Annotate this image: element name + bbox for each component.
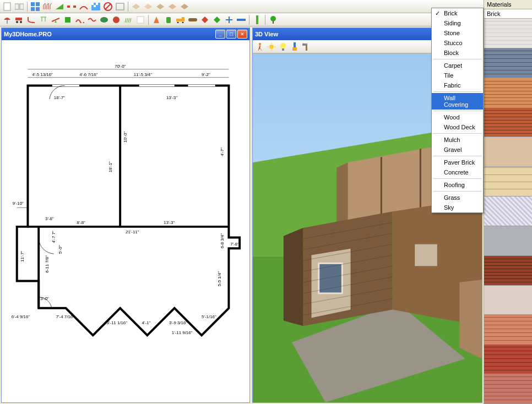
svg-point-19 <box>20 21 22 23</box>
material-swatch[interactable] <box>484 345 532 374</box>
titlebar-2d[interactable]: My3DHome.PRO _ □ × <box>2 28 249 40</box>
floorplan-canvas[interactable]: 4'-5 13/16" 70'-0" 4'-6 7/16" 11'-5 3/4"… <box>2 40 249 402</box>
svg-rect-32 <box>256 15 258 24</box>
dropdown-item-roofing[interactable]: Roofing <box>432 180 483 190</box>
grid-blue-icon[interactable] <box>30 1 41 12</box>
dropdown-separator <box>433 191 482 192</box>
tile3-icon[interactable] <box>155 1 166 12</box>
dropdown-item-sky[interactable]: Sky <box>432 203 483 212</box>
log-icon[interactable] <box>187 14 198 25</box>
dim-label: 3'-0" <box>40 296 49 301</box>
frame-icon[interactable] <box>115 1 126 12</box>
material-swatch[interactable] <box>484 19 532 48</box>
dropdown-item-stone[interactable]: Stone <box>432 28 483 38</box>
svg-rect-24 <box>137 17 144 23</box>
wagon-icon[interactable] <box>14 14 25 25</box>
dropdown-item-wood[interactable]: Wood <box>432 112 483 122</box>
dropdown-item-brick[interactable]: Brick <box>432 8 483 18</box>
svg-rect-66 <box>319 263 343 293</box>
curve-red-icon[interactable] <box>74 14 85 25</box>
tile5-icon[interactable] <box>179 1 190 12</box>
hammer-icon[interactable] <box>301 42 311 52</box>
maximize-button[interactable]: □ <box>226 30 236 39</box>
umbrella-icon[interactable] <box>2 14 13 25</box>
swing-icon[interactable] <box>38 14 49 25</box>
dropdown-item-tile[interactable]: Tile <box>432 70 483 80</box>
vertical-bar-icon[interactable] <box>252 14 263 25</box>
dropdown-item-mulch[interactable]: Mulch <box>432 135 483 145</box>
material-swatch[interactable] <box>484 48 532 78</box>
dropdown-item-concrete[interactable]: Concrete <box>432 167 483 177</box>
diamond-icon[interactable] <box>199 14 210 25</box>
ball-icon[interactable] <box>111 14 122 25</box>
seesaw-icon[interactable] <box>50 14 61 25</box>
material-swatch[interactable] <box>484 315 532 345</box>
green-diamond-icon[interactable] <box>211 14 222 25</box>
materials-dropdown[interactable]: BrickSidingStoneStuccoBlockCarpetTileFab… <box>431 8 484 213</box>
slope-green-icon[interactable] <box>54 1 65 12</box>
material-swatch[interactable] <box>484 167 532 196</box>
dropdown-item-siding[interactable]: Siding <box>432 18 483 28</box>
pond-icon[interactable] <box>99 14 110 25</box>
grass-icon[interactable] <box>123 14 134 25</box>
bulb-icon[interactable] <box>278 42 288 52</box>
minimize-button[interactable]: _ <box>215 30 225 39</box>
barrel-icon[interactable] <box>163 14 174 25</box>
svg-rect-11 <box>96 3 98 5</box>
dropdown-item-block[interactable]: Block <box>432 48 483 58</box>
slide-icon[interactable] <box>26 14 37 25</box>
tile1-icon[interactable] <box>131 1 142 12</box>
sidebar-category[interactable]: Brick <box>484 9 532 19</box>
swatch-list[interactable] <box>484 19 532 404</box>
material-swatch[interactable] <box>484 286 532 315</box>
walk-icon[interactable] <box>255 42 265 52</box>
material-swatch[interactable] <box>484 256 532 286</box>
dim-label: 3'-9 3/16" <box>169 320 187 325</box>
dim-label: 7'-4 7/16" <box>56 314 74 319</box>
checkered-icon[interactable] <box>90 1 101 12</box>
book-icon[interactable] <box>14 1 25 12</box>
dim-label: 70'-0" <box>115 64 126 69</box>
tree-icon[interactable] <box>268 14 279 25</box>
dim-label: 9'-10" <box>13 201 24 206</box>
dropdown-item-stucco[interactable]: Stucco <box>432 38 483 48</box>
dropdown-item-fabric[interactable]: Fabric <box>432 80 483 90</box>
dropdown-item-carpet[interactable]: Carpet <box>432 61 483 70</box>
no-entry-icon[interactable] <box>102 1 113 12</box>
dropdown-item-paver-brick[interactable]: Paver Brick <box>432 157 483 167</box>
svg-rect-6 <box>36 7 40 11</box>
material-swatch[interactable] <box>484 78 532 108</box>
s-curve-icon[interactable] <box>86 14 97 25</box>
material-swatch[interactable] <box>484 108 532 138</box>
dropdown-item-grass[interactable]: Grass <box>432 193 483 203</box>
green-flag-icon[interactable] <box>62 14 73 25</box>
svg-rect-30 <box>188 18 197 21</box>
dropdown-item-gravel[interactable]: Gravel <box>432 145 483 155</box>
tile2-icon[interactable] <box>143 1 154 12</box>
svg-rect-51 <box>282 48 284 51</box>
dropdown-item-wall-covering[interactable]: Wall Covering <box>432 93 483 110</box>
material-swatch[interactable] <box>484 226 532 256</box>
window-3d-title: 3D View <box>255 31 278 37</box>
blank-icon[interactable] <box>135 14 146 25</box>
fence-red-icon[interactable] <box>42 1 53 12</box>
page-icon[interactable] <box>2 1 13 12</box>
truck-icon[interactable] <box>175 14 186 25</box>
bar-blue-icon[interactable] <box>236 14 247 25</box>
svg-rect-27 <box>182 17 184 21</box>
material-swatch[interactable] <box>484 196 532 226</box>
bridge-icon[interactable] <box>78 1 89 12</box>
sun-icon[interactable] <box>267 42 276 52</box>
gap-icon[interactable] <box>66 1 77 12</box>
plus-icon[interactable] <box>224 14 235 25</box>
svg-rect-10 <box>91 3 94 5</box>
dim-label: 11'-7" <box>20 251 25 262</box>
brush-icon[interactable] <box>290 42 300 52</box>
close-button[interactable]: × <box>237 30 247 39</box>
dropdown-item-wood-deck[interactable]: Wood Deck <box>432 122 483 132</box>
svg-point-22 <box>100 17 108 23</box>
material-swatch[interactable] <box>484 137 532 167</box>
tile4-icon[interactable] <box>167 1 178 12</box>
cone-icon[interactable] <box>151 14 162 25</box>
material-swatch[interactable] <box>484 374 532 404</box>
